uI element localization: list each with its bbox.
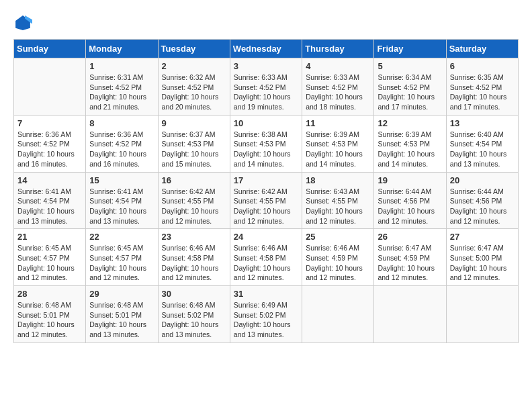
- day-info: Sunrise: 6:38 AM Sunset: 4:53 PM Dayligh…: [234, 130, 298, 169]
- day-number: 27: [450, 232, 515, 242]
- calendar-day-cell: [446, 286, 518, 343]
- day-number: 4: [306, 61, 370, 71]
- day-info: Sunrise: 6:36 AM Sunset: 4:52 PM Dayligh…: [17, 130, 82, 169]
- day-info: Sunrise: 6:39 AM Sunset: 4:53 PM Dayligh…: [378, 130, 442, 169]
- weekday-header: Saturday: [446, 40, 518, 58]
- day-number: 12: [378, 118, 442, 128]
- day-info: Sunrise: 6:42 AM Sunset: 4:55 PM Dayligh…: [234, 187, 298, 226]
- day-number: 22: [89, 232, 154, 242]
- calendar-day-cell: 22Sunrise: 6:45 AM Sunset: 4:57 PM Dayli…: [86, 229, 158, 286]
- calendar-day-cell: 21Sunrise: 6:45 AM Sunset: 4:57 PM Dayli…: [14, 229, 86, 286]
- day-number: 9: [162, 118, 226, 128]
- calendar-day-cell: 6Sunrise: 6:35 AM Sunset: 4:52 PM Daylig…: [446, 58, 518, 116]
- logo: [13, 13, 35, 32]
- calendar-day-cell: 24Sunrise: 6:46 AM Sunset: 4:58 PM Dayli…: [230, 229, 302, 286]
- calendar-day-cell: 17Sunrise: 6:42 AM Sunset: 4:55 PM Dayli…: [230, 172, 302, 229]
- calendar-day-cell: 11Sunrise: 6:39 AM Sunset: 4:53 PM Dayli…: [302, 115, 374, 172]
- day-info: Sunrise: 6:48 AM Sunset: 5:01 PM Dayligh…: [17, 300, 82, 340]
- calendar-day-cell: 20Sunrise: 6:44 AM Sunset: 4:56 PM Dayli…: [446, 172, 518, 229]
- day-number: 1: [89, 61, 154, 71]
- day-info: Sunrise: 6:42 AM Sunset: 4:55 PM Dayligh…: [162, 187, 226, 226]
- day-number: 8: [89, 118, 154, 128]
- calendar-day-cell: 12Sunrise: 6:39 AM Sunset: 4:53 PM Dayli…: [374, 115, 446, 172]
- day-number: 31: [234, 289, 298, 299]
- day-number: 23: [162, 232, 226, 242]
- calendar-week-row: 14Sunrise: 6:41 AM Sunset: 4:54 PM Dayli…: [14, 172, 519, 229]
- day-info: Sunrise: 6:48 AM Sunset: 5:02 PM Dayligh…: [162, 300, 226, 340]
- day-number: 26: [378, 232, 442, 242]
- day-number: 19: [378, 175, 442, 185]
- day-number: 17: [234, 175, 298, 185]
- day-number: 24: [234, 232, 298, 242]
- calendar-day-cell: [14, 58, 86, 116]
- day-number: 29: [89, 289, 154, 299]
- day-number: 14: [17, 175, 82, 185]
- calendar-week-row: 21Sunrise: 6:45 AM Sunset: 4:57 PM Dayli…: [14, 229, 519, 286]
- day-number: 7: [17, 118, 82, 128]
- calendar-day-cell: 15Sunrise: 6:41 AM Sunset: 4:54 PM Dayli…: [86, 172, 158, 229]
- day-info: Sunrise: 6:41 AM Sunset: 4:54 PM Dayligh…: [89, 187, 154, 226]
- calendar-day-cell: 31Sunrise: 6:49 AM Sunset: 5:02 PM Dayli…: [230, 286, 302, 343]
- day-info: Sunrise: 6:39 AM Sunset: 4:53 PM Dayligh…: [306, 130, 370, 169]
- weekday-header: Wednesday: [230, 40, 302, 58]
- day-info: Sunrise: 6:35 AM Sunset: 4:52 PM Dayligh…: [450, 73, 515, 112]
- day-info: Sunrise: 6:46 AM Sunset: 4:58 PM Dayligh…: [162, 243, 226, 283]
- day-number: 10: [234, 118, 298, 128]
- day-info: Sunrise: 6:46 AM Sunset: 4:59 PM Dayligh…: [306, 243, 370, 283]
- calendar-day-cell: 30Sunrise: 6:48 AM Sunset: 5:02 PM Dayli…: [158, 286, 230, 343]
- day-info: Sunrise: 6:43 AM Sunset: 4:55 PM Dayligh…: [306, 187, 370, 226]
- calendar-day-cell: 19Sunrise: 6:44 AM Sunset: 4:56 PM Dayli…: [374, 172, 446, 229]
- day-number: 30: [162, 289, 226, 299]
- calendar-day-cell: 28Sunrise: 6:48 AM Sunset: 5:01 PM Dayli…: [14, 286, 86, 343]
- calendar-day-cell: 2Sunrise: 6:32 AM Sunset: 4:52 PM Daylig…: [158, 58, 230, 116]
- day-info: Sunrise: 6:45 AM Sunset: 4:57 PM Dayligh…: [89, 243, 154, 283]
- calendar-day-cell: 8Sunrise: 6:36 AM Sunset: 4:52 PM Daylig…: [86, 115, 158, 172]
- day-info: Sunrise: 6:44 AM Sunset: 4:56 PM Dayligh…: [450, 187, 515, 226]
- calendar-day-cell: 4Sunrise: 6:33 AM Sunset: 4:52 PM Daylig…: [302, 58, 374, 116]
- calendar-day-cell: 29Sunrise: 6:48 AM Sunset: 5:01 PM Dayli…: [86, 286, 158, 343]
- calendar-day-cell: 26Sunrise: 6:47 AM Sunset: 4:59 PM Dayli…: [374, 229, 446, 286]
- day-info: Sunrise: 6:47 AM Sunset: 5:00 PM Dayligh…: [450, 243, 515, 283]
- calendar-day-cell: 7Sunrise: 6:36 AM Sunset: 4:52 PM Daylig…: [14, 115, 86, 172]
- day-info: Sunrise: 6:33 AM Sunset: 4:52 PM Dayligh…: [306, 73, 370, 112]
- day-number: 5: [378, 61, 442, 71]
- day-info: Sunrise: 6:46 AM Sunset: 4:58 PM Dayligh…: [234, 243, 298, 283]
- calendar-day-cell: 23Sunrise: 6:46 AM Sunset: 4:58 PM Dayli…: [158, 229, 230, 286]
- day-number: 13: [450, 118, 515, 128]
- calendar-week-row: 7Sunrise: 6:36 AM Sunset: 4:52 PM Daylig…: [14, 115, 519, 172]
- day-info: Sunrise: 6:49 AM Sunset: 5:02 PM Dayligh…: [234, 300, 298, 340]
- calendar-header-row: SundayMondayTuesdayWednesdayThursdayFrid…: [14, 40, 519, 58]
- weekday-header: Tuesday: [158, 40, 230, 58]
- calendar-week-row: 1Sunrise: 6:31 AM Sunset: 4:52 PM Daylig…: [14, 58, 519, 116]
- day-number: 20: [450, 175, 515, 185]
- day-number: 25: [306, 232, 370, 242]
- day-number: 6: [450, 61, 515, 71]
- day-info: Sunrise: 6:40 AM Sunset: 4:54 PM Dayligh…: [450, 130, 515, 169]
- calendar-day-cell: [302, 286, 374, 343]
- day-info: Sunrise: 6:41 AM Sunset: 4:54 PM Dayligh…: [17, 187, 82, 226]
- calendar-day-cell: 13Sunrise: 6:40 AM Sunset: 4:54 PM Dayli…: [446, 115, 518, 172]
- calendar-table: SundayMondayTuesdayWednesdayThursdayFrid…: [13, 39, 519, 343]
- day-info: Sunrise: 6:31 AM Sunset: 4:52 PM Dayligh…: [89, 73, 154, 112]
- calendar-week-row: 28Sunrise: 6:48 AM Sunset: 5:01 PM Dayli…: [14, 286, 519, 343]
- calendar-day-cell: 3Sunrise: 6:33 AM Sunset: 4:52 PM Daylig…: [230, 58, 302, 116]
- day-number: 15: [89, 175, 154, 185]
- day-info: Sunrise: 6:44 AM Sunset: 4:56 PM Dayligh…: [378, 187, 442, 226]
- day-info: Sunrise: 6:47 AM Sunset: 4:59 PM Dayligh…: [378, 243, 442, 283]
- day-info: Sunrise: 6:34 AM Sunset: 4:52 PM Dayligh…: [378, 73, 442, 112]
- calendar-day-cell: 14Sunrise: 6:41 AM Sunset: 4:54 PM Dayli…: [14, 172, 86, 229]
- day-number: 2: [162, 61, 226, 71]
- calendar-day-cell: 25Sunrise: 6:46 AM Sunset: 4:59 PM Dayli…: [302, 229, 374, 286]
- calendar-day-cell: 10Sunrise: 6:38 AM Sunset: 4:53 PM Dayli…: [230, 115, 302, 172]
- calendar-day-cell: 18Sunrise: 6:43 AM Sunset: 4:55 PM Dayli…: [302, 172, 374, 229]
- calendar-day-cell: 1Sunrise: 6:31 AM Sunset: 4:52 PM Daylig…: [86, 58, 158, 116]
- day-info: Sunrise: 6:48 AM Sunset: 5:01 PM Dayligh…: [89, 300, 154, 340]
- calendar-day-cell: 27Sunrise: 6:47 AM Sunset: 5:00 PM Dayli…: [446, 229, 518, 286]
- day-number: 16: [162, 175, 226, 185]
- day-number: 28: [17, 289, 82, 299]
- weekday-header: Sunday: [14, 40, 86, 58]
- day-info: Sunrise: 6:33 AM Sunset: 4:52 PM Dayligh…: [234, 73, 298, 112]
- day-number: 3: [234, 61, 298, 71]
- page-header: [13, 13, 519, 32]
- day-info: Sunrise: 6:32 AM Sunset: 4:52 PM Dayligh…: [162, 73, 226, 112]
